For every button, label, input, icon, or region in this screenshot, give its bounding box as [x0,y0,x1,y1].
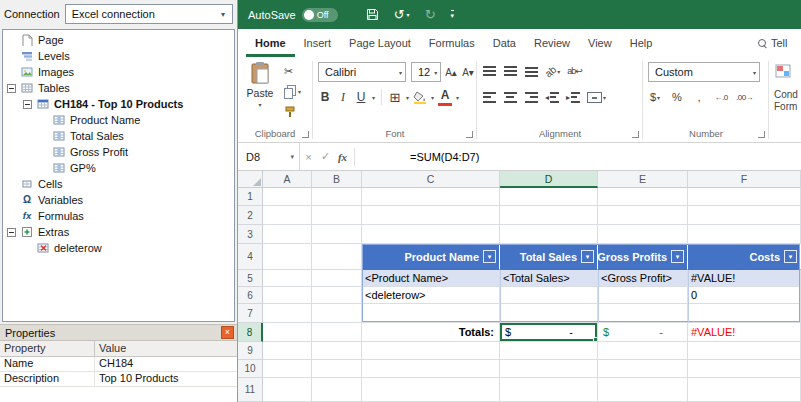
cell-c6[interactable]: <deleterow> [362,287,500,304]
cell-d6[interactable] [500,287,598,304]
cell-f9[interactable] [688,342,801,360]
cell-b10[interactable] [312,360,362,378]
decrease-decimal-button[interactable]: .00→ [736,88,753,106]
cell-b11[interactable] [312,378,362,402]
cell-d2[interactable] [500,206,598,225]
column-header-c[interactable]: C [362,171,500,188]
tree-item-levels[interactable]: Levels [3,48,234,64]
increase-decimal-button[interactable]: ←.0 [714,88,728,106]
tell-me-search[interactable]: Tell [758,29,788,57]
enter-button[interactable]: ✓ [317,150,334,163]
tab-data[interactable]: Data [484,29,525,57]
tree-item-page[interactable]: Page [3,32,234,48]
cell-b5[interactable] [312,270,362,287]
row-header-5[interactable]: 5 [238,270,263,287]
cell-a6[interactable] [263,287,312,304]
cell-b9[interactable] [312,342,362,360]
underline-button[interactable]: U [354,88,368,106]
filter-button[interactable]: ▾ [483,250,496,263]
cell-c11[interactable] [362,378,500,402]
middle-align-button[interactable] [503,62,517,80]
cell-c1[interactable] [362,188,500,206]
cell-a5[interactable] [263,270,312,287]
dialog-launcher-icon[interactable] [632,131,639,138]
merge-center-button[interactable]: ▾ [587,88,606,106]
column-header-a[interactable]: A [263,171,312,188]
tab-page-layout[interactable]: Page Layout [340,29,420,57]
dialog-launcher-icon[interactable] [758,131,765,138]
collapse-icon[interactable] [23,100,32,109]
tab-help[interactable]: Help [621,29,662,57]
align-left-button[interactable] [482,88,496,106]
property-row-name[interactable]: NameCH184 [0,357,237,372]
align-center-button[interactable] [503,88,517,106]
tab-insert[interactable]: Insert [295,29,341,57]
cell-a10[interactable] [263,360,312,378]
collapse-icon[interactable] [7,84,16,93]
customize-qat-button[interactable] [451,10,455,19]
cell-d3[interactable] [500,225,598,244]
filter-button[interactable]: ▾ [784,250,797,263]
cell-d5[interactable]: <Total Sales> [500,270,598,287]
decrease-indent-button[interactable]: ◂ [545,88,559,106]
format-painter-button[interactable] [284,104,301,119]
cell-c2[interactable] [362,206,500,225]
wrap-text-button[interactable]: ab↩ [567,62,582,80]
tree-item-deleterow[interactable]: deleterow [3,240,234,256]
cell-b3[interactable] [312,225,362,244]
row-header-6[interactable]: 6 [238,287,263,304]
cell-f11[interactable] [688,378,801,402]
cell-c9[interactable] [362,342,500,360]
comma-style-button[interactable]: , [692,88,706,106]
tree-item-total-sales[interactable]: Total Sales [3,128,234,144]
row-header-4[interactable]: 4 [238,244,263,270]
cut-button[interactable]: ✂ [284,64,301,79]
cell-b1[interactable] [312,188,362,206]
cell-e11[interactable] [598,378,688,402]
row-header-3[interactable]: 3 [238,225,263,244]
fill-handle[interactable] [593,337,598,342]
tab-formulas[interactable]: Formulas [420,29,484,57]
italic-button[interactable]: I [336,88,350,106]
tree-item-gross-profit[interactable]: Gross Profit [3,144,234,160]
top-align-button[interactable] [482,62,496,80]
row-header-2[interactable]: 2 [238,206,263,225]
tree-item-variables[interactable]: ΩVariables [3,192,234,208]
paste-button[interactable]: Paste ▾ [241,61,279,125]
formula-input[interactable]: =SUM(D4:D7) [410,151,479,163]
cell-c8[interactable]: Totals: [362,323,500,342]
cell-d8[interactable]: $- [500,323,598,342]
cell-a9[interactable] [263,342,312,360]
tab-home[interactable]: Home [246,29,295,57]
cell-a3[interactable] [263,225,312,244]
cell-c7[interactable] [362,304,500,323]
cell-d10[interactable] [500,360,598,378]
tree-item-product-name[interactable]: Product Name [3,112,234,128]
column-header-e[interactable]: E [598,171,688,188]
cell-e4[interactable]: Gross Profits▾ [598,244,688,270]
font-color-button[interactable]: A [438,88,452,106]
tree-item-tables[interactable]: Tables [3,80,234,96]
tree-item-ch184-top-10-products[interactable]: CH184 - Top 10 Products [3,96,234,112]
cell-e2[interactable] [598,206,688,225]
row-header-8[interactable]: 8 [238,323,263,342]
cell-f6[interactable]: 0 [688,287,801,304]
undo-button[interactable]: ↺ ▾ [394,7,410,22]
cancel-button[interactable]: × [300,151,317,163]
increase-indent-button[interactable]: ▸ [566,88,580,106]
tree-item-formulas[interactable]: fxFormulas [3,208,234,224]
connection-select[interactable]: Excel connection ▾ [65,4,233,24]
cell-f7[interactable] [688,304,801,323]
insert-function-button[interactable]: fx [334,151,351,163]
cell-b2[interactable] [312,206,362,225]
copy-button[interactable]: ▾ [284,84,301,99]
cell-d1[interactable] [500,188,598,206]
cell-b4[interactable] [312,244,362,270]
close-icon[interactable]: × [221,326,234,339]
cell-e5[interactable]: <Gross Profit> [598,270,688,287]
cell-e3[interactable] [598,225,688,244]
dialog-launcher-icon[interactable] [466,131,473,138]
cell-c10[interactable] [362,360,500,378]
cell-f1[interactable] [688,188,801,206]
conditional-formatting-button[interactable]: Cond Form [770,57,801,142]
